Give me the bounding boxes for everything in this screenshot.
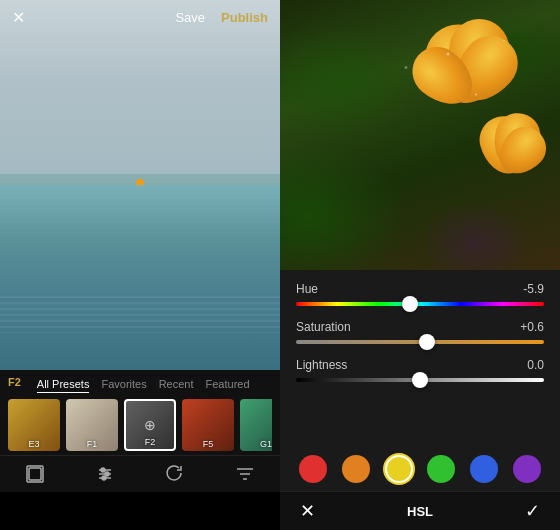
bottom-bar-right: ✕ HSL ✓: [280, 491, 560, 530]
right-panel: Hue -5.9 Saturation +0.6 Lightness 0.0: [280, 0, 560, 530]
preset-f5-label: F5: [182, 439, 234, 449]
preset-f5[interactable]: F5: [182, 399, 234, 451]
swatch-red[interactable]: [299, 455, 327, 483]
lightness-slider-row: Lightness 0.0: [296, 358, 544, 382]
frames-icon[interactable]: [25, 464, 45, 484]
filter-icon[interactable]: [235, 464, 255, 484]
tab-favorites[interactable]: Favorites: [101, 376, 146, 393]
svg-point-7: [102, 476, 106, 480]
hsl-confirm-button[interactable]: ✓: [525, 500, 540, 522]
tab-recent[interactable]: Recent: [159, 376, 194, 393]
saturation-label: Saturation: [296, 320, 351, 334]
top-bar: ✕ Save Publish: [0, 0, 280, 35]
color-swatches: [280, 447, 560, 491]
presets-tabs: F2 All Presets Favorites Recent Featured: [8, 376, 272, 393]
lightness-thumb[interactable]: [412, 372, 428, 388]
preset-f1-label: F1: [66, 439, 118, 449]
hue-track[interactable]: [296, 302, 544, 306]
key-icon: ⊕: [144, 417, 156, 433]
preset-g1[interactable]: G1: [240, 399, 272, 451]
saturation-slider-row: Saturation +0.6: [296, 320, 544, 344]
preset-f2-label: F2: [126, 437, 174, 447]
water: [0, 185, 280, 370]
hsl-close-button[interactable]: ✕: [300, 500, 315, 522]
left-panel: ✕ Save Publish F2 All Presets Favorites …: [0, 0, 280, 530]
preset-f1[interactable]: F1: [66, 399, 118, 451]
saturation-value: +0.6: [520, 320, 544, 334]
lightness-track[interactable]: [296, 378, 544, 382]
saturation-track[interactable]: [296, 340, 544, 344]
adjustments-icon[interactable]: [95, 464, 115, 484]
hue-slider-row: Hue -5.9: [296, 282, 544, 306]
water-reflection: [0, 296, 280, 333]
swatch-orange[interactable]: [342, 455, 370, 483]
top-actions: Save Publish: [175, 10, 268, 25]
hue-value: -5.9: [523, 282, 544, 296]
hue-thumb[interactable]: [402, 296, 418, 312]
publish-button[interactable]: Publish: [221, 10, 268, 25]
bottom-toolbar: [0, 455, 280, 492]
swatch-yellow[interactable]: [385, 455, 413, 483]
saturation-thumb[interactable]: [419, 334, 435, 350]
beach-scene: [0, 0, 280, 370]
close-button[interactable]: ✕: [12, 8, 25, 27]
presets-bar: F2 All Presets Favorites Recent Featured…: [0, 370, 280, 455]
swatch-purple[interactable]: [513, 455, 541, 483]
lightness-value: 0.0: [527, 358, 544, 372]
water-drops: [280, 0, 560, 270]
presets-scroll: E3 F1 ⊕ F2 F5 G1 G2: [8, 399, 272, 451]
svg-rect-1: [29, 468, 41, 480]
rotate-icon[interactable]: [165, 464, 185, 484]
hue-label-row: Hue -5.9: [296, 282, 544, 296]
hsl-controls: Hue -5.9 Saturation +0.6 Lightness 0.0: [280, 270, 560, 447]
svg-point-6: [105, 472, 109, 476]
swatch-green[interactable]: [427, 455, 455, 483]
lightness-label-row: Lightness 0.0: [296, 358, 544, 372]
preset-g1-label: G1: [240, 439, 272, 449]
saturation-label-row: Saturation +0.6: [296, 320, 544, 334]
preset-e3[interactable]: E3: [8, 399, 60, 451]
tab-all-presets[interactable]: All Presets: [37, 376, 90, 393]
preset-e3-label: E3: [8, 439, 60, 449]
svg-point-5: [101, 468, 105, 472]
flower-scene: [280, 0, 560, 270]
flower-photo: [280, 0, 560, 270]
lightness-label: Lightness: [296, 358, 347, 372]
hsl-title: HSL: [407, 504, 433, 519]
tab-featured[interactable]: Featured: [206, 376, 250, 393]
swatch-blue[interactable]: [470, 455, 498, 483]
save-button[interactable]: Save: [175, 10, 205, 25]
hue-label: Hue: [296, 282, 318, 296]
current-preset-label: F2: [8, 376, 21, 393]
main-photo: [0, 0, 280, 370]
preset-f2[interactable]: ⊕ F2: [124, 399, 176, 451]
